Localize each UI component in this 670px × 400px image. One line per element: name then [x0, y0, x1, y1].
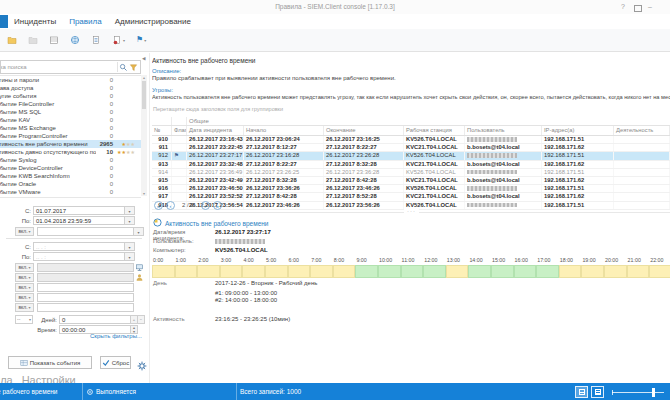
- list-view-icon[interactable]: [49, 35, 59, 45]
- table-header-row[interactable]: №ФлагДата инцидентаНачалоОкончаниеРабоча…: [152, 126, 670, 136]
- date-from-field[interactable]: 01.07.2017: [33, 206, 125, 215]
- dropdown-icon[interactable]: ▾: [144, 38, 146, 43]
- tab-rules[interactable]: Правила: [69, 17, 101, 26]
- search-input[interactable]: Строка поиска: [0, 60, 141, 74]
- date-from-field-empty[interactable]: .. . :: [33, 242, 125, 251]
- globe-icon[interactable]: [70, 35, 80, 45]
- minimize-icon[interactable]: –: [648, 3, 652, 11]
- column-header[interactable]: IP-адрес(а): [542, 126, 614, 135]
- export-document-icon[interactable]: ▾: [112, 35, 125, 45]
- calendar-dropdown-icon[interactable]: ▾: [125, 206, 135, 215]
- include-toggle[interactable]: вкл.▾: [15, 283, 34, 292]
- column-header[interactable]: Рабочая станция: [404, 126, 465, 135]
- column-header[interactable]: Начало: [244, 126, 324, 135]
- filter-field[interactable]: [37, 303, 134, 312]
- help-icon[interactable]: ?: [621, 3, 625, 11]
- view-grid-button[interactable]: [575, 386, 588, 398]
- group-header[interactable]: Общие: [187, 117, 670, 125]
- rule-tree-item[interactable]: Событие KWB SearchInform0: [0, 172, 141, 180]
- include-toggle[interactable]: вкл.▾: [15, 273, 34, 282]
- include-toggle[interactable]: вкл.▾: [15, 227, 34, 236]
- tab-incidents[interactable]: Инциденты: [14, 17, 56, 26]
- zoom-slider[interactable]: [612, 386, 664, 398]
- tab-administration[interactable]: Администрирование: [115, 17, 191, 26]
- next-page-button[interactable]: ›: [201, 201, 210, 210]
- column-header[interactable]: Пользователь: [465, 126, 542, 135]
- filter-field[interactable]: [37, 227, 134, 236]
- importance-stars-icon[interactable]: ★★★: [122, 140, 135, 148]
- bottom-tab-rules[interactable]: Правила: [0, 374, 13, 383]
- column-header[interactable]: Окончание: [324, 126, 404, 135]
- show-events-button[interactable]: Показать события: [8, 356, 92, 369]
- splitter-handle-icon[interactable]: ···: [404, 208, 419, 214]
- rule-tree-item[interactable]: Другие события0: [0, 92, 141, 100]
- date-to-field-empty[interactable]: .. . :: [33, 252, 125, 261]
- table-row[interactable]: 91526.12.2017 23:42:4927.12.2017 8:32:28…: [152, 177, 670, 185]
- hide-filters-link[interactable]: Скрыть фильтры...: [90, 333, 142, 339]
- scroll-down-icon[interactable]: ▾: [141, 191, 147, 196]
- include-toggle[interactable]: вкл.▾: [15, 303, 34, 312]
- view-rows-button[interactable]: [591, 386, 604, 398]
- rule-tree-item[interactable]: Событие MS SQL0: [0, 108, 141, 116]
- spin-down-icon[interactable]: −: [138, 315, 145, 324]
- rule-tree-item[interactable]: Активность давно отсутствующего пользова…: [0, 148, 141, 156]
- column-header[interactable]: №: [152, 126, 172, 135]
- rule-tree-item[interactable]: Событие DeviceController0: [0, 164, 141, 172]
- calendar-dropdown-icon[interactable]: ▾: [125, 242, 135, 251]
- filter-field[interactable]: [37, 293, 134, 302]
- dropdown-icon[interactable]: ▾: [123, 38, 125, 43]
- maximize-icon[interactable]: [634, 5, 642, 12]
- open-folder-icon[interactable]: [7, 35, 17, 45]
- filter-field[interactable]: [37, 283, 134, 292]
- zoom-slider-thumb[interactable]: [652, 388, 655, 397]
- column-header[interactable]: Флаг: [172, 126, 187, 135]
- importance-stars-icon[interactable]: ★★★★: [117, 148, 135, 156]
- rule-tree-item[interactable]: Активность вне рабочего времени2965★★★: [0, 140, 141, 148]
- calendar-dropdown-icon[interactable]: ▾: [125, 252, 135, 261]
- include-toggle[interactable]: вкл.▾: [15, 293, 34, 302]
- rule-tree-item[interactable]: Событие ProgramController0: [0, 132, 141, 140]
- rule-tree-item[interactable]: Логины и пароли0: [0, 76, 141, 84]
- scroll-up-icon[interactable]: ▴: [143, 75, 145, 80]
- table-row[interactable]: 91726.12.2017 23:52:5227.12.2017 8:42:28…: [152, 193, 670, 201]
- bottom-tab-settings[interactable]: Настройки: [22, 374, 76, 383]
- table-row[interactable]: 91026.12.2017 23:16:4326.12.2017 23:06:2…: [152, 136, 670, 144]
- condition-combo[interactable]: --▾: [15, 315, 33, 324]
- sidebar-collapse-icon[interactable]: ◀: [142, 56, 145, 61]
- table-row[interactable]: 91426.12.2017 23:36:4926.12.2017 23:26:2…: [152, 169, 670, 177]
- rule-tree-item[interactable]: Права доступа0: [0, 84, 141, 92]
- calendar-dropdown-icon[interactable]: ▾: [125, 216, 135, 225]
- table-row[interactable]: 91126.12.2017 23:22:4527.12.2017 8:12:27…: [152, 144, 670, 152]
- rule-tree-item[interactable]: Событие Syslog0: [0, 156, 141, 164]
- filter-funnel-icon[interactable]: [129, 60, 140, 74]
- tree-scrollbar[interactable]: ▴ ▾: [141, 75, 147, 196]
- search-icon[interactable]: [118, 60, 129, 74]
- rule-tree-item[interactable]: Событие FileController0: [0, 100, 141, 108]
- reset-button[interactable]: Сброс: [100, 356, 131, 369]
- column-header[interactable]: Дата инцидента: [187, 126, 244, 135]
- scroll-thumb[interactable]: [142, 81, 146, 109]
- dropdown-icon[interactable]: ▾: [134, 227, 144, 236]
- table-row[interactable]: 91326.12.2017 23:32:4827.12.2017 8:22:27…: [152, 161, 670, 169]
- spin-up-icon[interactable]: +: [131, 315, 138, 324]
- rule-tree-item[interactable]: Событие Oracle0: [0, 180, 141, 188]
- rule-tree-item[interactable]: Событие VMware0: [0, 188, 141, 196]
- user-filter-field[interactable]: [37, 273, 134, 282]
- report-document-icon[interactable]: [91, 35, 101, 45]
- rule-tree-item[interactable]: Событие MS Exchange0: [0, 124, 141, 132]
- table-row[interactable]: 91626.12.2017 23:46:5026.12.2017 23:36:2…: [152, 185, 670, 193]
- user-icon[interactable]: [135, 273, 144, 283]
- prev-page-button[interactable]: ‹: [166, 201, 175, 210]
- flag-menu-icon[interactable]: ⚑ ▾: [136, 35, 146, 45]
- computer-icon[interactable]: [135, 263, 144, 273]
- table-row[interactable]: 912⚑26.12.2017 23:27:1726.12.2017 23:16:…: [152, 152, 670, 160]
- rule-tree-item[interactable]: Событие KAV0: [0, 116, 141, 124]
- splitter[interactable]: [149, 53, 150, 383]
- days-field[interactable]: 0: [59, 315, 131, 324]
- first-page-button[interactable]: «: [154, 201, 163, 210]
- last-page-button[interactable]: »: [213, 201, 222, 210]
- column-header[interactable]: Деятельность: [614, 126, 670, 135]
- include-toggle[interactable]: вкл.▾: [15, 263, 34, 272]
- date-to-field[interactable]: 01.04.2018 23:59:59: [33, 216, 125, 225]
- detail-rule-name[interactable]: Активность вне рабочего времени: [165, 220, 268, 227]
